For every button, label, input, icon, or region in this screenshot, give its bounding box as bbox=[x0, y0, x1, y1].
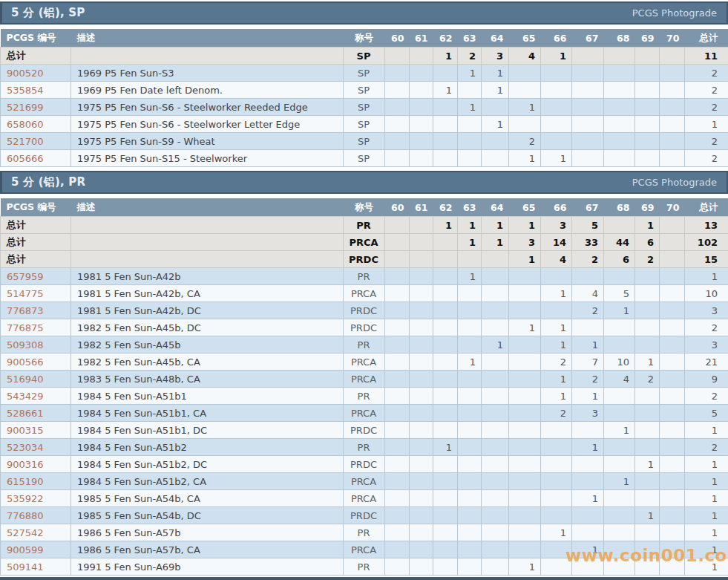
grade-cell-64: 1 bbox=[482, 82, 509, 99]
grade-cell-65 bbox=[509, 268, 541, 285]
pcgs-number-link[interactable]: 509308 bbox=[7, 339, 44, 351]
grade-cell-63 bbox=[458, 336, 482, 353]
col-header-grade-68: 68 bbox=[604, 198, 635, 217]
grade-cell-70 bbox=[660, 371, 685, 388]
grade-cell-67 bbox=[572, 456, 604, 473]
photograde-link[interactable]: PCGS Photograde bbox=[632, 7, 717, 19]
grade-cell-67: 2 bbox=[572, 371, 604, 388]
pcgs-number-link[interactable]: 900316 bbox=[7, 459, 44, 470]
grade-cell-62 bbox=[433, 371, 458, 388]
grade-cell-70 bbox=[660, 99, 685, 116]
pcgs-number-link[interactable]: 528661 bbox=[7, 408, 44, 419]
pcgs-number-link[interactable]: 657959 bbox=[7, 271, 44, 282]
coin-description: 1986 5 Fen Sun-A57b bbox=[71, 524, 344, 541]
grade-cell-60 bbox=[385, 490, 410, 507]
pcgs-number-link[interactable]: 615190 bbox=[7, 476, 44, 487]
pcgs-number-cell: 657959 bbox=[1, 268, 71, 285]
grade-cell-68 bbox=[604, 319, 635, 336]
grade-cell-63 bbox=[458, 558, 482, 576]
table-row: 5275421986 5 Fen Sun-A57bPR11 bbox=[1, 524, 728, 541]
pcgs-number-cell: 521699 bbox=[1, 99, 71, 116]
grade-cell-60 bbox=[385, 524, 410, 541]
pcgs-number-link[interactable]: 776873 bbox=[7, 305, 44, 316]
grade-cell-65 bbox=[509, 336, 541, 353]
table-row: 6579591981 5 Fen Sun-A42bPR11 bbox=[1, 268, 728, 285]
grade-cell-68: 1 bbox=[604, 302, 635, 319]
grade-cell-68: 10 bbox=[604, 353, 635, 371]
pcgs-number-link[interactable]: 900599 bbox=[7, 544, 44, 555]
pcgs-number-link[interactable]: 514775 bbox=[7, 288, 44, 299]
col-header-grade-64: 64 bbox=[482, 29, 509, 48]
pcgs-number-link[interactable]: 776880 bbox=[7, 510, 44, 521]
grade-cell-68: 6 bbox=[604, 251, 635, 268]
grade-cell-64 bbox=[482, 473, 509, 490]
pcgs-number-link[interactable]: 605666 bbox=[7, 153, 44, 164]
grade-cell-64: 1 bbox=[482, 234, 509, 251]
pcgs-number-cell: 900520 bbox=[1, 65, 71, 82]
grade-cell-60 bbox=[385, 541, 410, 558]
grade-cell-69 bbox=[635, 82, 660, 99]
pcgs-number-link[interactable]: 521699 bbox=[7, 102, 44, 113]
grade-cell-60 bbox=[385, 456, 410, 473]
grade-cell-65 bbox=[509, 371, 541, 388]
coin-description: 1975 P5 Fen Sun-S6 - Steelworker Reeded … bbox=[71, 99, 344, 116]
grade-cell-69 bbox=[635, 558, 660, 576]
grade-cell-66: 1 bbox=[541, 371, 572, 388]
pcgs-number-link[interactable]: 658060 bbox=[7, 119, 44, 130]
pcgs-number-link[interactable]: 535854 bbox=[7, 85, 44, 96]
pcgs-number-link[interactable]: 543429 bbox=[7, 391, 44, 402]
grade-cell-60 bbox=[385, 388, 410, 405]
grade-cell-63 bbox=[458, 541, 482, 558]
designation: PRCA bbox=[344, 541, 385, 558]
grade-cell-64 bbox=[482, 405, 509, 422]
section-title: 5 分 (铝), PR bbox=[11, 175, 85, 189]
coin-description: 1985 5 Fen Sun-A54b, DC bbox=[71, 507, 344, 524]
pcgs-number-link[interactable]: 900566 bbox=[7, 356, 44, 368]
table-row: 6580601975 P5 Fen Sun-S6 - Steelworker L… bbox=[1, 116, 728, 133]
grade-cell-63 bbox=[458, 285, 482, 302]
pcgs-number-link[interactable]: 516940 bbox=[7, 374, 44, 385]
grade-cell-69: 1 bbox=[635, 217, 660, 234]
photograde-link[interactable]: PCGS Photograde bbox=[632, 177, 717, 188]
pcgs-number-link[interactable]: 523034 bbox=[7, 442, 44, 453]
pcgs-number-link[interactable]: 900315 bbox=[7, 425, 44, 436]
designation: PRDC bbox=[344, 456, 385, 473]
pcgs-number-link[interactable]: 776875 bbox=[7, 322, 44, 333]
designation: SP bbox=[344, 116, 385, 133]
grade-cell-62 bbox=[433, 353, 458, 371]
pcgs-number-link[interactable]: 521700 bbox=[7, 136, 44, 147]
pcgs-number-cell: 521700 bbox=[1, 133, 71, 150]
pcgs-number-cell: 605666 bbox=[1, 150, 71, 167]
grade-cell-65 bbox=[509, 302, 541, 319]
grade-cell-66: 1 bbox=[541, 388, 572, 405]
grade-cell-61 bbox=[410, 371, 433, 388]
grade-cell-65: 1 bbox=[509, 251, 541, 268]
grade-cell-62 bbox=[433, 150, 458, 167]
pcgs-number-link[interactable]: 900520 bbox=[7, 68, 44, 79]
grade-cell-61 bbox=[410, 48, 433, 65]
coin-description: 1983 5 Fen Sun-A48b, CA bbox=[71, 371, 344, 388]
grade-cell-64 bbox=[482, 456, 509, 473]
grade-cell-66 bbox=[541, 268, 572, 285]
designation: PRCA bbox=[344, 285, 385, 302]
coin-description bbox=[71, 234, 344, 251]
grade-cell-69 bbox=[635, 268, 660, 285]
col-header-grade-69: 69 bbox=[635, 198, 660, 217]
total-cell: 1 bbox=[685, 524, 728, 541]
grade-cell-66 bbox=[541, 541, 572, 558]
grade-cell-63 bbox=[458, 507, 482, 524]
grade-cell-64 bbox=[482, 268, 509, 285]
grade-cell-63: 1 bbox=[458, 234, 482, 251]
grade-cell-62 bbox=[433, 422, 458, 439]
col-header-grade-65: 65 bbox=[509, 198, 541, 217]
grade-cell-61 bbox=[410, 217, 433, 234]
pcgs-number-link[interactable]: 509141 bbox=[7, 561, 44, 573]
section-sp: 5 分 (铝), SP PCGS Photograde PCGS 编号描述称号6… bbox=[0, 1, 728, 167]
grade-cell-69: 1 bbox=[635, 353, 660, 371]
total-cell: 2 bbox=[685, 150, 728, 167]
pcgs-number-link[interactable]: 527542 bbox=[7, 527, 44, 538]
pcgs-number-cell: 776873 bbox=[1, 302, 71, 319]
grade-cell-63 bbox=[458, 422, 482, 439]
designation: SP bbox=[344, 82, 385, 99]
pcgs-number-link[interactable]: 535922 bbox=[7, 493, 44, 504]
